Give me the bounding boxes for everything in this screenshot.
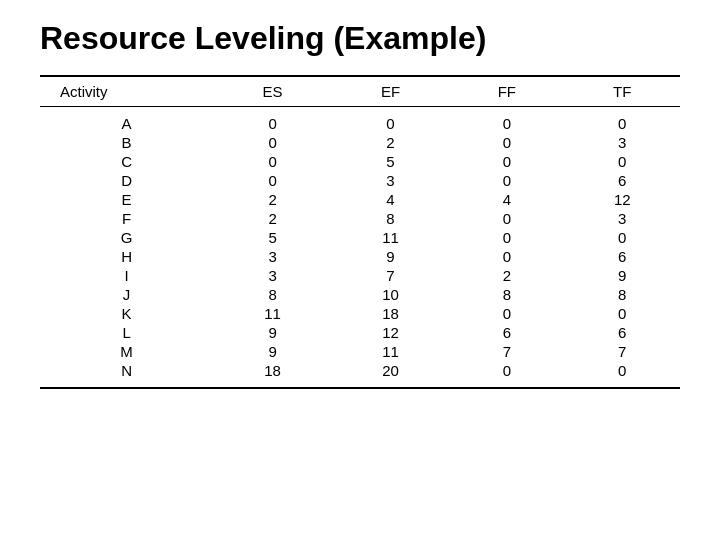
activity-cell: M xyxy=(40,342,213,361)
data-cell: 9 xyxy=(213,323,332,342)
data-cell: 6 xyxy=(565,247,680,266)
table-row: H3906 xyxy=(40,247,680,266)
data-cell: 0 xyxy=(565,107,680,134)
table-row: F2803 xyxy=(40,209,680,228)
data-cell: 0 xyxy=(565,228,680,247)
data-cell: 11 xyxy=(213,304,332,323)
data-cell: 8 xyxy=(332,209,449,228)
data-cell: 0 xyxy=(565,304,680,323)
data-cell: 4 xyxy=(332,190,449,209)
table-body: A0000B0203C0500D0306E24412F2803G51100H39… xyxy=(40,107,680,389)
activity-cell: G xyxy=(40,228,213,247)
column-header-ff: FF xyxy=(449,76,564,107)
activity-cell: I xyxy=(40,266,213,285)
data-cell: 0 xyxy=(449,133,564,152)
table-row: B0203 xyxy=(40,133,680,152)
data-cell: 0 xyxy=(213,171,332,190)
table-row: C0500 xyxy=(40,152,680,171)
data-cell: 0 xyxy=(565,361,680,388)
table-header: ActivityESEFFFTF xyxy=(40,76,680,107)
column-header-activity: Activity xyxy=(40,76,213,107)
header-row: ActivityESEFFFTF xyxy=(40,76,680,107)
activity-cell: K xyxy=(40,304,213,323)
data-cell: 10 xyxy=(332,285,449,304)
data-cell: 0 xyxy=(449,107,564,134)
table-row: K111800 xyxy=(40,304,680,323)
data-cell: 9 xyxy=(565,266,680,285)
data-cell: 7 xyxy=(565,342,680,361)
data-cell: 0 xyxy=(449,304,564,323)
data-cell: 0 xyxy=(565,152,680,171)
activity-cell: J xyxy=(40,285,213,304)
data-cell: 4 xyxy=(449,190,564,209)
column-header-ef: EF xyxy=(332,76,449,107)
data-cell: 18 xyxy=(332,304,449,323)
data-cell: 3 xyxy=(565,209,680,228)
data-cell: 0 xyxy=(449,152,564,171)
data-cell: 11 xyxy=(332,342,449,361)
activity-cell: L xyxy=(40,323,213,342)
data-cell: 0 xyxy=(449,228,564,247)
table-row: E24412 xyxy=(40,190,680,209)
activity-cell: H xyxy=(40,247,213,266)
data-cell: 9 xyxy=(213,342,332,361)
data-cell: 18 xyxy=(213,361,332,388)
table-row: M91177 xyxy=(40,342,680,361)
table-row: L91266 xyxy=(40,323,680,342)
data-cell: 6 xyxy=(565,323,680,342)
activity-cell: N xyxy=(40,361,213,388)
data-cell: 2 xyxy=(213,190,332,209)
data-cell: 0 xyxy=(449,171,564,190)
data-cell: 0 xyxy=(213,133,332,152)
table-row: G51100 xyxy=(40,228,680,247)
data-cell: 0 xyxy=(449,247,564,266)
page-title: Resource Leveling (Example) xyxy=(40,20,486,57)
data-cell: 2 xyxy=(213,209,332,228)
data-cell: 2 xyxy=(449,266,564,285)
table-row: I3729 xyxy=(40,266,680,285)
data-cell: 0 xyxy=(213,152,332,171)
data-cell: 6 xyxy=(449,323,564,342)
activity-cell: E xyxy=(40,190,213,209)
activity-cell: D xyxy=(40,171,213,190)
data-cell: 12 xyxy=(332,323,449,342)
data-cell: 20 xyxy=(332,361,449,388)
data-cell: 2 xyxy=(332,133,449,152)
data-cell: 5 xyxy=(213,228,332,247)
data-cell: 7 xyxy=(332,266,449,285)
table-row: J81088 xyxy=(40,285,680,304)
data-cell: 0 xyxy=(449,361,564,388)
column-header-tf: TF xyxy=(565,76,680,107)
data-cell: 8 xyxy=(213,285,332,304)
activity-cell: A xyxy=(40,107,213,134)
data-cell: 7 xyxy=(449,342,564,361)
table-row: D0306 xyxy=(40,171,680,190)
activity-cell: C xyxy=(40,152,213,171)
data-cell: 3 xyxy=(213,247,332,266)
data-cell: 0 xyxy=(213,107,332,134)
table-row: A0000 xyxy=(40,107,680,134)
data-cell: 6 xyxy=(565,171,680,190)
activity-cell: F xyxy=(40,209,213,228)
activity-cell: B xyxy=(40,133,213,152)
data-cell: 5 xyxy=(332,152,449,171)
data-cell: 3 xyxy=(565,133,680,152)
data-cell: 8 xyxy=(449,285,564,304)
data-cell: 12 xyxy=(565,190,680,209)
data-cell: 9 xyxy=(332,247,449,266)
data-cell: 8 xyxy=(565,285,680,304)
data-cell: 0 xyxy=(449,209,564,228)
data-cell: 3 xyxy=(213,266,332,285)
column-header-es: ES xyxy=(213,76,332,107)
data-cell: 3 xyxy=(332,171,449,190)
resource-leveling-table: ActivityESEFFFTF A0000B0203C0500D0306E24… xyxy=(40,75,680,389)
data-cell: 0 xyxy=(332,107,449,134)
table-row: N182000 xyxy=(40,361,680,388)
data-cell: 11 xyxy=(332,228,449,247)
